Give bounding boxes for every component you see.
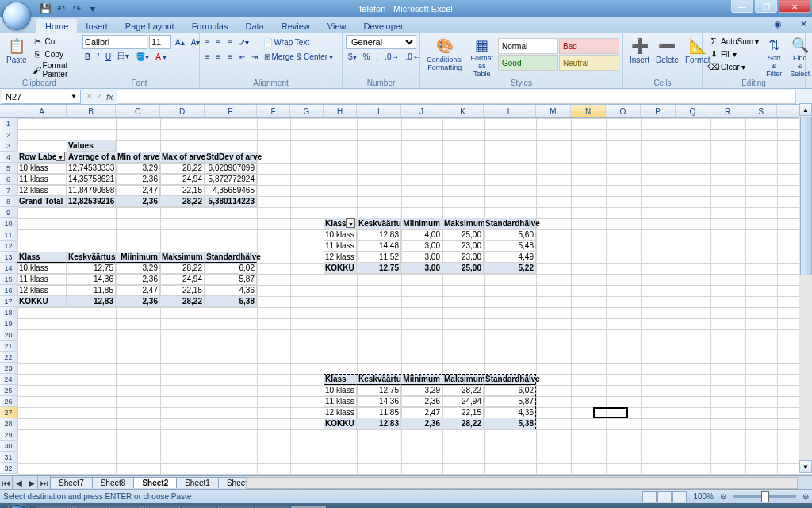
row-header[interactable]: 25 <box>0 385 17 396</box>
row-header[interactable]: 31 <box>0 452 17 463</box>
cell[interactable]: 5,87 <box>484 396 536 407</box>
cell[interactable]: 5,872772924 <box>205 174 257 185</box>
select-all-corner[interactable] <box>0 105 17 117</box>
row-header[interactable]: 3 <box>0 140 17 152</box>
cell[interactable]: 24,94 <box>160 174 205 185</box>
cell[interactable]: 22,15 <box>442 407 484 418</box>
percent-button[interactable]: % <box>361 52 373 62</box>
row-header[interactable]: 22 <box>0 352 17 363</box>
comma-button[interactable]: , <box>373 52 381 62</box>
scroll-up-button[interactable]: ▲ <box>799 103 812 116</box>
cell[interactable]: 6,02 <box>484 385 536 396</box>
zoom-in-button[interactable]: ⊕ <box>802 492 809 501</box>
italic-button[interactable]: I <box>94 52 102 62</box>
cell[interactable]: 2,36 <box>116 174 160 185</box>
cell[interactable]: Min of arve <box>116 152 160 163</box>
cell[interactable]: 10 klass <box>17 263 67 274</box>
cell[interactable]: Miinimum <box>116 252 160 263</box>
cell[interactable]: 12,83 <box>357 229 401 241</box>
cell[interactable]: 5,22 <box>484 263 536 274</box>
font-family-select[interactable] <box>82 35 147 49</box>
align-bottom-button[interactable]: ≡ <box>225 37 235 48</box>
cell[interactable]: 23,00 <box>442 241 484 252</box>
cell[interactable]: 12 klass <box>17 285 67 296</box>
ribbon-close[interactable]: ✕ <box>800 19 807 29</box>
paste-button[interactable]: 📋 Paste <box>3 35 30 79</box>
filter-dropdown-icon[interactable]: ▼ <box>346 218 355 228</box>
col-header[interactable]: A <box>17 105 67 117</box>
start-button[interactable]: ⊞ <box>0 503 35 508</box>
close-button[interactable]: ✕ <box>779 0 810 13</box>
cell[interactable]: Maksimum <box>160 252 205 263</box>
row-header[interactable]: 4 <box>0 152 17 163</box>
insert-cells-button[interactable]: ➕Insert <box>626 35 653 79</box>
style-good[interactable]: Good <box>498 55 558 71</box>
cell[interactable]: 11 klass <box>324 241 357 252</box>
align-right-button[interactable]: ≡ <box>225 52 235 62</box>
scroll-down-button[interactable]: ▼ <box>799 460 812 473</box>
cell[interactable]: 12,82539216 <box>67 196 116 207</box>
cell[interactable]: Keskväärtus <box>67 252 116 263</box>
increase-indent-button[interactable]: ⇥ <box>249 52 260 62</box>
row-header[interactable]: 15 <box>0 274 17 285</box>
row-header[interactable]: 8 <box>0 196 17 207</box>
cell[interactable]: 25,00 <box>442 229 484 241</box>
row-header[interactable]: 11 <box>0 229 17 241</box>
cell[interactable]: Klass <box>17 252 67 263</box>
cell[interactable]: 28,22 <box>160 163 205 174</box>
cell[interactable]: 11,85 <box>357 407 401 418</box>
bold-button[interactable]: B <box>82 52 93 62</box>
align-left-button[interactable]: ≡ <box>203 52 213 62</box>
row-header[interactable]: 17 <box>0 296 17 307</box>
fill-color-button[interactable]: 🪣▾ <box>133 52 151 62</box>
cell[interactable]: Grand Total <box>17 196 67 207</box>
cell[interactable]: 12,74533333 <box>67 163 116 174</box>
align-middle-button[interactable]: ≡ <box>214 37 224 48</box>
cell[interactable]: 2,47 <box>116 285 160 296</box>
cell[interactable]: KOKKU <box>324 418 357 429</box>
zoom-level[interactable]: 100% <box>693 492 714 501</box>
sheet-tab[interactable]: Sheet2 <box>133 477 177 488</box>
cell[interactable]: Miinimum <box>401 374 442 385</box>
cell[interactable]: 14,35758621 <box>67 174 116 185</box>
cell[interactable]: 3,00 <box>401 252 442 263</box>
grow-font-button[interactable]: A▴ <box>173 37 187 48</box>
merge-center-button[interactable]: ⊞Merge & Center▾ <box>262 52 336 62</box>
name-box[interactable]: N27▼ <box>2 90 81 104</box>
col-header[interactable]: G <box>290 105 324 117</box>
cell[interactable]: 2,47 <box>116 185 160 196</box>
cell[interactable]: 11 klass <box>324 396 357 407</box>
autosum-button[interactable]: ΣAutoSum▾ <box>706 35 761 48</box>
col-header[interactable]: B <box>67 105 116 117</box>
cell[interactable]: 5,60 <box>484 229 536 241</box>
col-header[interactable]: O <box>606 105 641 117</box>
page-layout-view-button[interactable] <box>657 491 672 502</box>
copy-button[interactable]: ⎘Copy <box>30 48 75 60</box>
currency-button[interactable]: $▾ <box>346 52 359 62</box>
cell[interactable]: Values <box>67 140 116 152</box>
cell[interactable]: 11 klass <box>17 174 67 185</box>
style-neutral[interactable]: Neutral <box>559 55 619 71</box>
underline-button[interactable]: U <box>103 52 113 62</box>
tab-data[interactable]: Data <box>236 19 272 33</box>
row-header[interactable]: 30 <box>0 441 17 452</box>
cell[interactable]: 12,75 <box>357 385 401 396</box>
cell[interactable]: KOKKU <box>17 296 67 307</box>
cell[interactable]: 4,36 <box>484 407 536 418</box>
tab-home[interactable]: Home <box>36 19 77 33</box>
cell[interactable]: 12 klass <box>324 252 357 263</box>
cell[interactable]: 22,15 <box>160 285 205 296</box>
cell[interactable]: 2,36 <box>401 396 442 407</box>
col-header[interactable]: E <box>205 105 257 117</box>
fx-icon[interactable]: fx <box>106 92 113 102</box>
cell[interactable]: 3,00 <box>401 241 442 252</box>
col-header[interactable]: K <box>442 105 484 117</box>
cell[interactable]: Keskväärtus <box>357 218 401 229</box>
row-header[interactable]: 7 <box>0 185 17 196</box>
enter-formula-icon[interactable]: ✓ <box>96 91 103 102</box>
cell[interactable]: StdDev of arve <box>205 152 257 163</box>
format-as-table-button[interactable]: ▦Format as Table <box>466 35 498 79</box>
cell[interactable]: Standardhälve <box>205 252 257 263</box>
cell[interactable]: Standardhälve <box>484 374 536 385</box>
col-header[interactable]: R <box>710 105 745 117</box>
